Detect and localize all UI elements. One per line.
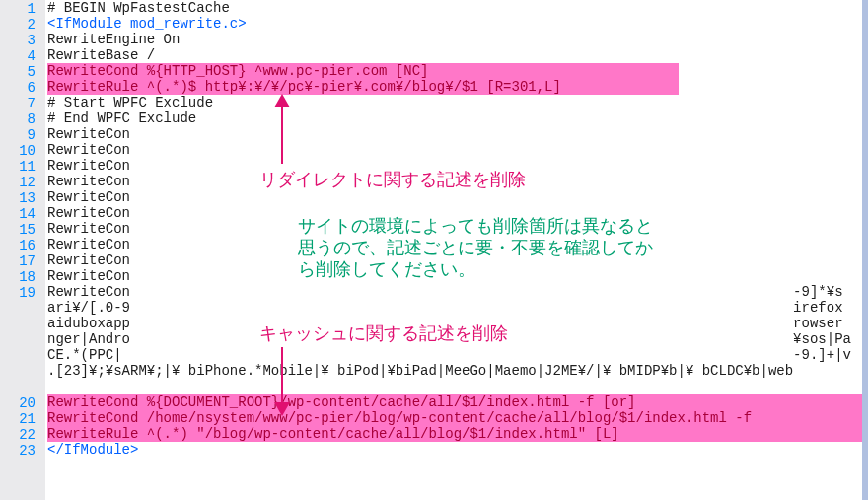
line-number: 13	[0, 190, 45, 206]
code-line: # End WPFC Exclude	[45, 110, 862, 126]
wrap-segment: CE.*(PPC| -9.]+|v	[45, 347, 862, 363]
code-line: RewriteCon	[45, 268, 862, 284]
code-line: <IfModule mod_rewrite.c>	[45, 16, 862, 32]
code-line: RewriteCon	[45, 205, 862, 221]
wrap-segment: ari¥/[.0-9 irefox	[45, 300, 862, 316]
line-number: 14	[0, 206, 45, 222]
code-line-highlight: RewriteRule ^(.*)$ http¥:¥/¥/pc¥-pier¥.c…	[45, 79, 862, 95]
line-number: 18	[0, 269, 45, 285]
line-number: 12	[0, 175, 45, 190]
line-number: 22	[0, 427, 45, 443]
line-number: 21	[0, 411, 45, 427]
wrap-segment: aiduboxapp rowser	[45, 316, 862, 331]
code-line: RewriteCon	[45, 142, 862, 158]
line-number: 10	[0, 143, 45, 159]
line-number: 2	[0, 17, 45, 33]
code-line: </IfModule>	[45, 442, 862, 458]
line-number: 17	[0, 253, 45, 269]
line-number: 19	[0, 285, 45, 395]
line-number: 23	[0, 443, 45, 459]
code-line: RewriteCon	[45, 237, 862, 252]
line-number: 6	[0, 80, 45, 96]
line-number: 11	[0, 159, 45, 175]
line-number-gutter: 1 2 3 4 5 6 7 8 9 10 11 12 13 14 15 16 1…	[0, 0, 45, 500]
line-number: 4	[0, 48, 45, 64]
code-line-highlight: RewriteCond /home/nsystem/www/pc-pier/bl…	[45, 410, 862, 426]
code-line: RewriteCon	[45, 252, 862, 268]
wrap-segment: RewriteCon -9]*¥s	[45, 284, 862, 300]
code-line: # Start WPFC Exclude	[45, 95, 862, 110]
code-line: RewriteCon	[45, 189, 862, 205]
code-line-highlight: RewriteCond %{DOCUMENT_ROOT}/wp-content/…	[45, 394, 862, 410]
line-number: 8	[0, 111, 45, 127]
code-line-highlight: RewriteCond %{HTTP_HOST} ^www.pc-pier.co…	[45, 63, 862, 79]
code-line: RewriteCon	[45, 221, 862, 237]
line-number: 1	[0, 1, 45, 17]
line-number: 16	[0, 238, 45, 253]
line-number: 15	[0, 222, 45, 238]
wrap-segment: nger|Andro ¥sos|Pa	[45, 331, 862, 347]
code-line: RewriteCon	[45, 126, 862, 142]
code-line: RewriteCon	[45, 174, 862, 189]
wrap-segment: .[23]¥;¥sARM¥;|¥ biPhone.*Mobile|¥ biPod…	[45, 363, 862, 379]
code-line: RewriteBase /	[45, 47, 862, 63]
line-number: 20	[0, 395, 45, 411]
line-number: 3	[0, 33, 45, 48]
code-line: RewriteEngine On	[45, 32, 862, 47]
code-line-wrapped: RewriteCon -9]*¥s ari¥/[.0-9 irefox	[45, 284, 862, 394]
line-number: 9	[0, 127, 45, 143]
line-number: 7	[0, 96, 45, 111]
code-line-highlight: RewriteRule ^(.*) "/blog/wp-content/cach…	[45, 426, 862, 442]
code-area[interactable]: # BEGIN WpFastestCache <IfModule mod_rew…	[45, 0, 862, 500]
line-number: 5	[0, 64, 45, 80]
code-line: RewriteCon	[45, 158, 862, 174]
code-line: # BEGIN WpFastestCache	[45, 0, 862, 16]
